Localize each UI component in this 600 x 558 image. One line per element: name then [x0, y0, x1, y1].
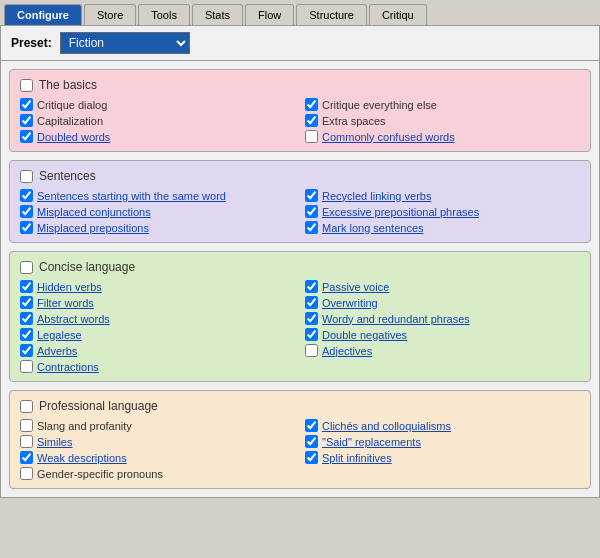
- list-item: Legalese: [20, 328, 295, 341]
- item-checkbox[interactable]: [305, 114, 318, 127]
- list-item: Misplaced prepositions: [20, 221, 295, 234]
- list-item: "Said" replacements: [305, 435, 580, 448]
- item-label[interactable]: Double negatives: [322, 329, 407, 341]
- item-checkbox[interactable]: [305, 419, 318, 432]
- item-checkbox[interactable]: [20, 419, 33, 432]
- item-checkbox[interactable]: [20, 312, 33, 325]
- item-checkbox[interactable]: [305, 296, 318, 309]
- preset-bar: Preset: Fiction: [0, 25, 600, 61]
- list-item: Contractions: [20, 360, 295, 373]
- list-item: Hidden verbs: [20, 280, 295, 293]
- list-item: Mark long sentences: [305, 221, 580, 234]
- list-item: Commonly confused words: [305, 130, 580, 143]
- list-item: Critique everything else: [305, 98, 580, 111]
- item-label[interactable]: Passive voice: [322, 281, 389, 293]
- item-label[interactable]: Clichés and colloquialisms: [322, 420, 451, 432]
- tab-critiqu[interactable]: Critiqu: [369, 4, 427, 25]
- item-checkbox[interactable]: [305, 435, 318, 448]
- list-item: Critique dialog: [20, 98, 295, 111]
- item-checkbox[interactable]: [305, 451, 318, 464]
- item-label[interactable]: Misplaced prepositions: [37, 222, 149, 234]
- section-checkbox-sentences[interactable]: [20, 170, 33, 183]
- item-checkbox[interactable]: [305, 205, 318, 218]
- item-label: Extra spaces: [322, 115, 386, 127]
- item-checkbox[interactable]: [20, 130, 33, 143]
- item-label[interactable]: Adjectives: [322, 345, 372, 357]
- list-item: Gender-specific pronouns: [20, 467, 295, 480]
- item-label[interactable]: Wordy and redundant phrases: [322, 313, 470, 325]
- item-label[interactable]: "Said" replacements: [322, 436, 421, 448]
- section-checkbox-concise[interactable]: [20, 261, 33, 274]
- item-checkbox[interactable]: [305, 189, 318, 202]
- section-title-sentences: Sentences: [20, 169, 580, 183]
- item-label: Gender-specific pronouns: [37, 468, 163, 480]
- item-checkbox[interactable]: [20, 344, 33, 357]
- item-label[interactable]: Split infinitives: [322, 452, 392, 464]
- item-label[interactable]: Contractions: [37, 361, 99, 373]
- section-checkbox-basics[interactable]: [20, 79, 33, 92]
- item-label[interactable]: Hidden verbs: [37, 281, 102, 293]
- item-checkbox[interactable]: [20, 451, 33, 464]
- tab-tools[interactable]: Tools: [138, 4, 190, 25]
- item-label[interactable]: Similes: [37, 436, 72, 448]
- item-label[interactable]: Sentences starting with the same word: [37, 190, 226, 202]
- item-label[interactable]: Weak descriptions: [37, 452, 127, 464]
- section-items-basics: Critique dialogCritique everything elseC…: [20, 98, 580, 143]
- item-checkbox[interactable]: [20, 189, 33, 202]
- tab-flow[interactable]: Flow: [245, 4, 294, 25]
- item-label[interactable]: Misplaced conjunctions: [37, 206, 151, 218]
- section-basics: The basicsCritique dialogCritique everyt…: [9, 69, 591, 152]
- item-label[interactable]: Overwriting: [322, 297, 378, 309]
- tab-stats[interactable]: Stats: [192, 4, 243, 25]
- item-checkbox[interactable]: [305, 312, 318, 325]
- tab-store[interactable]: Store: [84, 4, 136, 25]
- item-label[interactable]: Doubled words: [37, 131, 110, 143]
- section-label-basics: The basics: [39, 78, 97, 92]
- section-items-concise: Hidden verbsPassive voiceFilter wordsOve…: [20, 280, 580, 373]
- tab-bar: ConfigureStoreToolsStatsFlowStructureCri…: [0, 0, 600, 25]
- item-checkbox[interactable]: [305, 344, 318, 357]
- item-label[interactable]: Filter words: [37, 297, 94, 309]
- tab-structure[interactable]: Structure: [296, 4, 367, 25]
- tab-configure[interactable]: Configure: [4, 4, 82, 25]
- section-concise: Concise languageHidden verbsPassive voic…: [9, 251, 591, 382]
- item-label[interactable]: Commonly confused words: [322, 131, 455, 143]
- item-checkbox[interactable]: [20, 114, 33, 127]
- item-checkbox[interactable]: [20, 221, 33, 234]
- item-checkbox[interactable]: [20, 205, 33, 218]
- preset-label: Preset:: [11, 36, 52, 50]
- list-item: Sentences starting with the same word: [20, 189, 295, 202]
- item-label[interactable]: Adverbs: [37, 345, 77, 357]
- item-checkbox[interactable]: [305, 280, 318, 293]
- list-item: Overwriting: [305, 296, 580, 309]
- item-label: Capitalization: [37, 115, 103, 127]
- item-checkbox[interactable]: [20, 360, 33, 373]
- item-checkbox[interactable]: [305, 221, 318, 234]
- item-checkbox[interactable]: [20, 328, 33, 341]
- list-item: Double negatives: [305, 328, 580, 341]
- section-sentences: SentencesSentences starting with the sam…: [9, 160, 591, 243]
- section-professional: Professional languageSlang and profanity…: [9, 390, 591, 489]
- item-checkbox[interactable]: [20, 296, 33, 309]
- item-label[interactable]: Legalese: [37, 329, 82, 341]
- item-checkbox[interactable]: [305, 328, 318, 341]
- item-label[interactable]: Mark long sentences: [322, 222, 424, 234]
- item-label[interactable]: Abstract words: [37, 313, 110, 325]
- item-checkbox[interactable]: [20, 98, 33, 111]
- list-item: Adverbs: [20, 344, 295, 357]
- item-checkbox[interactable]: [20, 435, 33, 448]
- item-checkbox[interactable]: [20, 280, 33, 293]
- item-checkbox[interactable]: [305, 130, 318, 143]
- list-item: Clichés and colloquialisms: [305, 419, 580, 432]
- item-checkbox[interactable]: [20, 467, 33, 480]
- section-items-sentences: Sentences starting with the same wordRec…: [20, 189, 580, 234]
- item-label[interactable]: Recycled linking verbs: [322, 190, 431, 202]
- preset-select[interactable]: Fiction: [60, 32, 190, 54]
- section-title-basics: The basics: [20, 78, 580, 92]
- section-label-concise: Concise language: [39, 260, 135, 274]
- item-label[interactable]: Excessive prepositional phrases: [322, 206, 479, 218]
- item-checkbox[interactable]: [305, 98, 318, 111]
- item-label: Slang and profanity: [37, 420, 132, 432]
- list-item: Recycled linking verbs: [305, 189, 580, 202]
- section-checkbox-professional[interactable]: [20, 400, 33, 413]
